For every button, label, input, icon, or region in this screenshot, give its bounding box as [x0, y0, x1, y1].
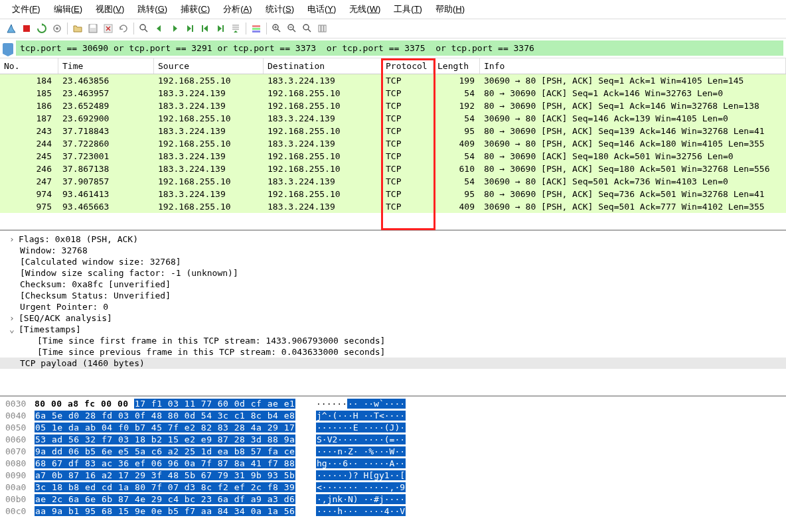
packet-row[interactable]: 97493.461413183.3.224.139192.168.255.10T… [0, 188, 786, 200]
save-icon[interactable] [86, 21, 100, 36]
col-destination[interactable]: Destination [264, 58, 382, 74]
packet-details[interactable]: Flags: 0x018 (PSH, ACK)Window: 32768[Cal… [0, 231, 786, 397]
hex-row[interactable]: 00709a dd 06 b5 6e e5 5a c6 a2 25 1d ea … [0, 446, 786, 458]
packet-row[interactable]: 18423.463856192.168.255.10183.3.224.139T… [0, 74, 786, 87]
packet-row[interactable]: 24637.867138183.3.224.139192.168.255.10T… [0, 163, 786, 175]
menu-item[interactable]: 无线(W) [343, 1, 387, 17]
col-protocol[interactable]: Protocol [382, 58, 433, 74]
go-last-icon[interactable] [213, 21, 228, 36]
detail-line[interactable]: [Time since previous frame in this TCP s… [0, 346, 786, 358]
svg-point-6 [140, 25, 145, 30]
svg-rect-8 [202, 25, 203, 32]
detail-line[interactable]: [Checksum Status: Unverified] [0, 290, 786, 301]
col-length[interactable]: Length [433, 58, 480, 74]
stop-capture-icon[interactable] [19, 21, 34, 36]
col-source[interactable]: Source [154, 58, 264, 74]
detail-line[interactable]: [Time since first frame in this TCP stre… [0, 335, 786, 346]
hex-dump[interactable]: 003080 00 a8 fc 00 00 17 f1 03 11 77 60 … [0, 397, 786, 519]
col-no[interactable]: No. [0, 58, 58, 74]
menu-item[interactable]: 编辑(E) [47, 1, 89, 17]
svg-rect-16 [319, 25, 321, 32]
hex-row[interactable]: 005005 1e da ab 04 f0 b7 45 7f e2 82 83 … [0, 422, 786, 434]
hex-row[interactable]: 0090a7 0b 87 16 a2 17 29 3f 48 5b 67 79 … [0, 470, 786, 482]
zoom-reset-icon[interactable] [300, 21, 315, 36]
hex-row[interactable]: 00b0ae 2c 6a 6e 6b 87 4e 29 c4 bc 23 6a … [0, 494, 786, 505]
menu-item[interactable]: 视图(V) [89, 1, 131, 17]
hex-row[interactable]: 003080 00 a8 fc 00 00 17 f1 03 11 77 60 … [0, 398, 786, 410]
close-icon[interactable] [101, 21, 116, 36]
svg-rect-11 [252, 28, 260, 30]
auto-scroll-icon[interactable] [228, 21, 243, 36]
menu-item[interactable]: 电话(Y) [301, 1, 343, 17]
svg-rect-0 [23, 25, 30, 32]
detail-line[interactable]: [Calculated window size: 32768] [0, 256, 786, 267]
detail-line[interactable]: [Window size scaling factor: -1 (unknown… [0, 267, 786, 279]
find-icon[interactable] [137, 21, 151, 36]
menu-item[interactable]: 分析(A) [216, 1, 258, 17]
menu-item[interactable]: 工具(T) [387, 1, 429, 17]
col-time[interactable]: Time [58, 58, 154, 74]
packet-row[interactable]: 24737.907857192.168.255.10183.3.224.139T… [0, 175, 786, 188]
hex-row[interactable]: 00c0aa 9a b1 95 68 15 9e 0e b5 f7 aa 84 … [0, 505, 786, 517]
hex-row[interactable]: 00a03c 18 b8 ed cd 1a 80 7f 07 d3 8c f2 … [0, 482, 786, 494]
go-forward-icon[interactable] [167, 21, 182, 36]
resize-columns-icon[interactable] [315, 21, 330, 36]
colorize-icon[interactable] [249, 21, 264, 36]
filter-bar [0, 38, 786, 58]
restart-capture-icon[interactable] [35, 21, 49, 36]
svg-rect-18 [324, 25, 326, 32]
open-file-icon[interactable] [70, 21, 85, 36]
packet-list[interactable]: No. Time Source Destination Protocol Len… [0, 58, 786, 231]
go-back-icon[interactable] [152, 21, 167, 36]
svg-rect-7 [192, 25, 193, 32]
shark-fin-icon[interactable] [4, 21, 19, 36]
menu-item[interactable]: 统计(S) [259, 1, 301, 17]
menu-item[interactable]: 帮助(H) [429, 1, 471, 17]
toolbar [0, 19, 786, 38]
svg-rect-17 [321, 25, 323, 32]
hex-row[interactable]: 00406a 5e d0 28 fd 03 0f 48 80 0d 54 3c … [0, 410, 786, 422]
packet-row[interactable]: 24537.723001183.3.224.139192.168.255.10T… [0, 150, 786, 163]
svg-rect-12 [252, 31, 260, 33]
reload-icon[interactable] [116, 21, 131, 36]
detail-line[interactable]: Window: 32768 [0, 245, 786, 256]
packet-row[interactable]: 24337.718843183.3.224.139192.168.255.10T… [0, 125, 786, 137]
go-to-icon[interactable] [183, 21, 197, 36]
menu-item[interactable]: 跳转(G) [131, 1, 174, 17]
packet-row[interactable]: 18723.692900192.168.255.10183.3.224.139T… [0, 112, 786, 125]
detail-line[interactable]: Urgent Pointer: 0 [0, 301, 786, 312]
svg-rect-4 [90, 25, 96, 28]
menu-item[interactable]: 文件(F) [5, 1, 47, 17]
detail-line[interactable]: [Timestamps] [0, 324, 786, 335]
zoom-in-icon[interactable] [270, 21, 284, 36]
zoom-out-icon[interactable] [285, 21, 299, 36]
svg-rect-10 [252, 25, 260, 27]
detail-line[interactable]: Flags: 0x018 (PSH, ACK) [0, 233, 786, 245]
options-icon[interactable] [50, 21, 64, 36]
menu-bar: 文件(F)编辑(E)视图(V)跳转(G)捕获(C)分析(A)统计(S)电话(Y)… [0, 0, 786, 19]
detail-line[interactable]: Checksum: 0xa8fc [unverified] [0, 279, 786, 290]
svg-rect-9 [222, 25, 224, 32]
packet-list-header: No. Time Source Destination Protocol Len… [0, 58, 786, 74]
packet-row[interactable]: 18523.463957183.3.224.139192.168.255.10T… [0, 87, 786, 100]
packet-row[interactable]: 24437.722860192.168.255.10183.3.224.139T… [0, 137, 786, 150]
hex-row[interactable]: 008068 67 df 83 ac 36 ef 06 96 0a 7f 87 … [0, 458, 786, 470]
go-first-icon[interactable] [198, 21, 212, 36]
packet-row[interactable]: 18623.652489183.3.224.139192.168.255.10T… [0, 100, 786, 112]
bookmark-icon[interactable] [3, 43, 13, 54]
packet-row[interactable]: 97593.465663192.168.255.10183.3.224.139T… [0, 200, 786, 213]
detail-line[interactable]: [SEQ/ACK analysis] [0, 312, 786, 324]
menu-item[interactable]: 捕获(C) [174, 1, 216, 17]
hex-row[interactable]: 006053 ad 56 32 f7 03 18 b2 15 e2 e9 87 … [0, 434, 786, 446]
svg-point-15 [303, 25, 309, 30]
display-filter-input[interactable] [16, 40, 783, 56]
col-info[interactable]: Info [480, 58, 786, 74]
detail-line[interactable]: TCP payload (1460 bytes) [0, 358, 786, 369]
svg-point-2 [56, 27, 58, 30]
